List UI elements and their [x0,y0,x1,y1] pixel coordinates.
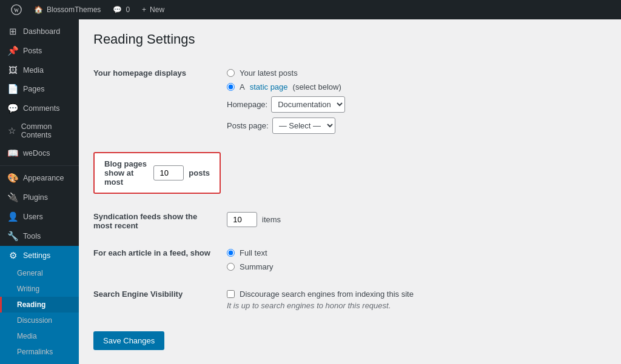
homepage-select[interactable]: Documentation [271,96,345,113]
static-page-option[interactable]: A static page (select below) [227,82,609,91]
static-page-radio[interactable] [227,83,235,91]
main-content: Reading Settings Your homepage displays … [79,19,621,364]
posts-page-select[interactable]: — Select — [272,117,335,134]
users-icon: 👤 [7,211,18,222]
tools-icon: 🔧 [7,231,18,242]
syndication-label: Syndication feeds show the most recent [93,203,227,239]
sidebar-item-wedocs[interactable]: 📖 weDocs [0,144,79,163]
sidebar-item-media[interactable]: 🖼 Media [0,61,79,79]
feed-content-radio-group: Full text Summary [227,248,609,271]
latest-posts-radio[interactable] [227,69,235,77]
summary-radio[interactable] [227,263,235,271]
submenu-writing[interactable]: Writing [0,281,79,297]
homepage-options: Your latest posts A static page (select … [227,59,609,143]
wedocs-icon: 📖 [7,148,18,159]
search-engine-options: Discourage search engines from indexing … [227,280,609,319]
homepage-select-row: Homepage: Documentation [227,96,609,113]
submenu-media[interactable]: Media [0,328,79,344]
page-title: Reading Settings [93,31,609,47]
sidebar-item-dashboard[interactable]: ⊞ Dashboard [0,22,79,41]
search-engine-label: Search Engine Visibility [93,280,227,319]
syndication-row: Syndication feeds show the most recent i… [93,203,609,239]
feed-content-label: For each article in a feed, show [93,239,227,280]
search-engine-help: It is up to search engines to honor this… [227,301,609,310]
search-engine-row: Search Engine Visibility Discourage sear… [93,280,609,319]
submenu-reading[interactable]: Reading [0,297,79,313]
search-engine-checkbox[interactable] [227,290,235,298]
homepage-field-label: Homepage: [227,100,267,109]
submenu-discussion[interactable]: Discussion [0,313,79,328]
adminbar-comments[interactable]: 💬 0 [107,0,136,19]
sidebar-item-settings[interactable]: ⚙ Settings [0,246,79,265]
adminbar-site[interactable]: 🏠 BlossomThemes [28,0,107,19]
form-actions: Save Changes [93,331,609,350]
svg-text:W: W [14,8,19,13]
full-text-option[interactable]: Full text [227,248,609,257]
sidebar-item-tools[interactable]: 🔧 Tools [0,227,79,246]
plugins-icon: 🔌 [7,192,18,203]
posts-page-select-row: Posts page: — Select — [227,117,609,134]
submenu-general[interactable]: General [0,265,79,281]
sidebar-item-comments[interactable]: 💬 Comments [0,99,79,118]
sidebar-nav: ⊞ Dashboard 📌 Posts 🖼 Media 📄 Pages 💬 Co… [0,19,79,364]
feed-content-options: Full text Summary [227,239,609,280]
save-changes-button[interactable]: Save Changes [93,331,164,350]
wordpress-icon: W [11,4,22,15]
sidebar-item-users[interactable]: 👤 Users [0,207,79,227]
settings-form: Your homepage displays Your latest posts… [93,59,609,319]
sidebar-item-posts[interactable]: 📌 Posts [0,41,79,61]
settings-submenu: General Writing Reading Discussion Media… [0,265,79,364]
search-engine-check-label[interactable]: Discourage search engines from indexing … [227,290,609,299]
adminbar-new[interactable]: + New [136,0,170,19]
sidebar-item-common-contents[interactable]: ☆ Common Contents [0,118,79,144]
feed-content-row: For each article in a feed, show Full te… [93,239,609,280]
blog-pages-highlight: Blog pages show at most posts [93,152,221,194]
blog-pages-row: Blog pages show at most posts [93,143,609,203]
divider [0,165,79,166]
sidebar-item-pages[interactable]: 📄 Pages [0,79,79,99]
full-text-radio[interactable] [227,249,235,257]
plus-icon: + [142,5,146,14]
appearance-icon: 🎨 [7,173,18,184]
blog-pages-label: Blog pages show at most posts [93,143,227,203]
static-page-link[interactable]: static page [250,82,288,91]
submenu-privacy[interactable]: Privacy [0,360,79,364]
homepage-row: Your homepage displays Your latest posts… [93,59,609,143]
posts-icon: 📌 [7,45,18,56]
sidebar-item-plugins[interactable]: 🔌 Plugins [0,188,79,207]
media-icon: 🖼 [7,65,18,75]
pages-icon: 📄 [7,84,18,94]
home-icon: 🏠 [34,5,43,14]
comments-icon: 💬 [7,103,18,114]
homepage-label: Your homepage displays [93,59,227,143]
syndication-field-row: items [227,212,609,227]
wp-logo-item[interactable]: W [5,0,28,19]
settings-icon: ⚙ [7,250,18,261]
posts-page-field-label: Posts page: [227,121,269,130]
common-contents-icon: ☆ [7,125,16,136]
syndication-value-cell: items [227,203,609,239]
syndication-input[interactable] [227,212,257,227]
dashboard-icon: ⊞ [7,26,18,37]
sidebar-item-appearance[interactable]: 🎨 Appearance [0,168,79,188]
sidebar: ⊞ Dashboard 📌 Posts 🖼 Media 📄 Pages 💬 Co… [0,19,79,364]
blog-pages-input[interactable] [153,165,184,180]
admin-bar: W 🏠 BlossomThemes 💬 0 + New [0,0,621,19]
summary-option[interactable]: Summary [227,262,609,271]
latest-posts-option[interactable]: Your latest posts [227,68,609,78]
submenu-permalinks[interactable]: Permalinks [0,344,79,360]
comment-icon: 💬 [113,5,122,14]
homepage-radio-group: Your latest posts A static page (select … [227,68,609,91]
